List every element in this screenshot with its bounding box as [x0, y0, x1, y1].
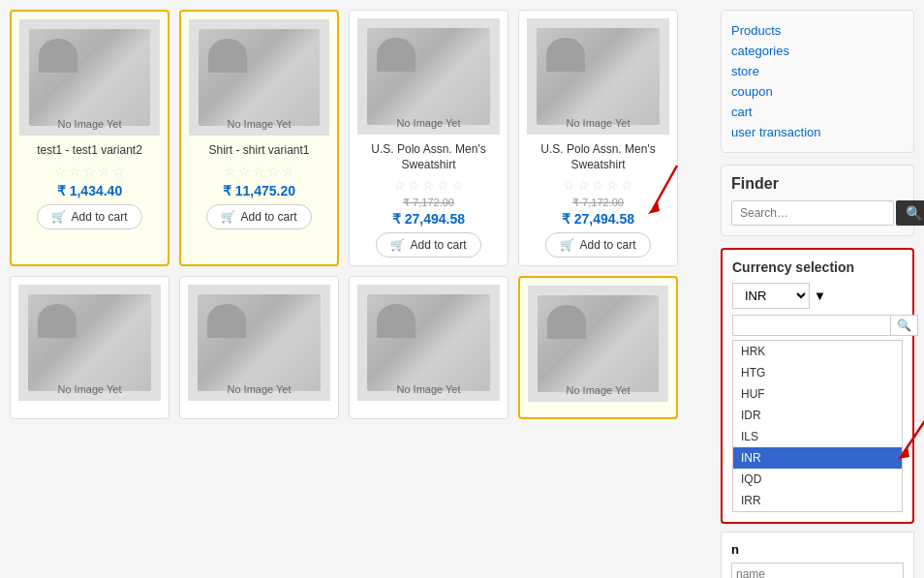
svg-point-11	[423, 75, 434, 85]
add-to-cart-button-3[interactable]: 🛒 Add to cart	[376, 232, 480, 258]
svg-point-10	[421, 73, 436, 87]
product-card-6: No Image Yet	[179, 276, 339, 419]
product-image-6: No Image Yet	[188, 285, 330, 401]
search-input[interactable]	[731, 200, 894, 226]
product-card-7: No Image Yet	[349, 276, 508, 419]
cart-icon-2: 🛒	[221, 210, 235, 224]
product-image-1: No Image Yet	[19, 19, 160, 136]
no-image-label-7: No Image Yet	[396, 383, 460, 395]
svg-point-17	[593, 75, 603, 85]
camera-icon-2	[237, 59, 281, 96]
product-image-5: No Image Yet	[18, 285, 161, 401]
svg-point-2	[82, 74, 97, 88]
no-image-label-6: No Image Yet	[227, 383, 291, 395]
product-stars-4: ☆ ☆ ☆ ☆ ☆	[527, 177, 669, 193]
finder-title: Finder	[731, 175, 904, 193]
sidebar-item-store[interactable]: store	[731, 61, 904, 81]
svg-rect-23	[252, 328, 266, 336]
svg-rect-18	[72, 333, 108, 358]
svg-point-24	[252, 339, 266, 353]
svg-rect-4	[241, 68, 278, 93]
cart-icon-1: 🛒	[51, 210, 66, 224]
product-card-4: No Image Yet U.S. Polo Assn. Men's Sweat…	[518, 10, 678, 266]
camera-icon-5	[68, 324, 111, 361]
product-image-4: No Image Yet	[527, 18, 669, 135]
add-to-cart-button-4[interactable]: 🛒 Add to cart	[545, 232, 650, 258]
product-price-1: ₹ 1,434.40	[19, 183, 160, 198]
currency-option-iqd[interactable]: IQD	[733, 469, 902, 490]
registration-name-input[interactable]	[731, 563, 904, 578]
product-card-5: No Image Yet	[10, 276, 169, 419]
sidebar-item-products[interactable]: Products	[731, 20, 904, 41]
camera-icon-8	[576, 325, 620, 362]
product-price-4: ₹ 27,494.58	[527, 211, 669, 227]
currency-option-inr[interactable]: INR	[733, 447, 902, 469]
product-image-8: No Image Yet	[528, 286, 668, 402]
no-image-label-2: No Image Yet	[227, 118, 291, 130]
add-to-cart-button-1[interactable]: 🛒 Add to cart	[37, 204, 141, 229]
sidebar: Products categories store coupon cart us…	[711, 0, 924, 578]
currency-option-hrk[interactable]: HRK	[733, 341, 902, 362]
svg-point-32	[591, 340, 605, 354]
product-card-8: No Image Yet	[518, 276, 678, 419]
finder-box: Finder 🔍	[721, 165, 914, 236]
currency-dropdown-list: HRK HTG HUF IDR ILS INR IQD IRR	[732, 340, 903, 512]
product-price-original-3: ₹ 7,172.00	[357, 197, 500, 209]
sidebar-item-cart[interactable]: cart	[731, 102, 904, 122]
sidebar-item-coupon[interactable]: coupon	[731, 81, 904, 102]
svg-rect-15	[591, 62, 605, 70]
add-to-cart-button-2[interactable]: 🛒 Add to cart	[206, 204, 311, 229]
currency-select-dropdown[interactable]: INR	[732, 283, 810, 309]
currency-search-input[interactable]	[732, 315, 891, 336]
cart-icon-3: 🛒	[390, 238, 405, 252]
product-card-2: No Image Yet Shirt - shirt variant1 ☆ ☆ …	[179, 10, 339, 266]
currency-selection-box: Currency selection INR ▼ 🔍 HRK HTG HUF I…	[721, 248, 914, 524]
camera-icon	[68, 59, 111, 96]
camera-icon-3	[407, 58, 450, 95]
sidebar-item-categories[interactable]: categories	[731, 41, 904, 61]
currency-title: Currency selection	[732, 259, 903, 275]
camera-icon-7	[407, 324, 450, 361]
product-stars-1: ☆ ☆ ☆ ☆ ☆	[19, 164, 160, 179]
svg-rect-31	[591, 329, 605, 337]
currency-option-ils[interactable]: ILS	[733, 426, 902, 447]
currency-option-irr[interactable]: IRR	[733, 490, 902, 511]
svg-rect-0	[72, 68, 108, 93]
sidebar-item-user-transaction[interactable]: user transaction	[731, 122, 904, 142]
product-title-1: test1 - test1 variant2	[19, 143, 160, 159]
svg-rect-22	[241, 333, 278, 358]
currency-option-huf[interactable]: HUF	[733, 383, 902, 405]
svg-rect-30	[580, 334, 617, 359]
product-stars-3: ☆ ☆ ☆ ☆ ☆	[357, 177, 500, 193]
sidebar-nav: Products categories store coupon cart us…	[721, 10, 914, 153]
star-4: ☆	[98, 164, 110, 179]
svg-point-28	[421, 339, 436, 353]
registration-box: n Remember Me	[721, 532, 914, 578]
product-card-1: No Image Yet test1 - test1 variant2 ☆ ☆ …	[10, 10, 169, 266]
svg-point-20	[82, 339, 97, 353]
currency-search-button[interactable]: 🔍	[891, 315, 918, 336]
currency-option-htg[interactable]: HTG	[733, 362, 902, 383]
product-price-2: ₹ 11,475.20	[189, 183, 329, 198]
svg-point-21	[84, 341, 95, 351]
product-title-2: Shirt - shirt variant1	[189, 143, 329, 159]
registration-title: n	[731, 542, 904, 557]
svg-point-33	[593, 342, 603, 352]
svg-rect-27	[421, 328, 436, 336]
svg-point-29	[423, 341, 434, 351]
no-image-label-8: No Image Yet	[566, 384, 630, 396]
dropdown-arrow-icon: ▼	[814, 289, 826, 303]
product-card-3: No Image Yet U.S. Polo Assn. Men's Sweat…	[349, 10, 508, 266]
product-image-2: No Image Yet	[189, 19, 329, 136]
currency-option-idr[interactable]: IDR	[733, 405, 902, 426]
search-row: 🔍	[731, 200, 904, 226]
svg-point-6	[252, 74, 266, 88]
search-button[interactable]: 🔍	[896, 200, 924, 226]
svg-rect-5	[252, 63, 266, 71]
svg-point-7	[254, 76, 264, 86]
star-3: ☆	[83, 164, 96, 179]
svg-rect-1	[82, 63, 97, 71]
no-image-label-1: No Image Yet	[57, 118, 121, 130]
svg-point-3	[84, 76, 95, 86]
product-title-3: U.S. Polo Assn. Men's Sweatshirt	[357, 142, 500, 172]
